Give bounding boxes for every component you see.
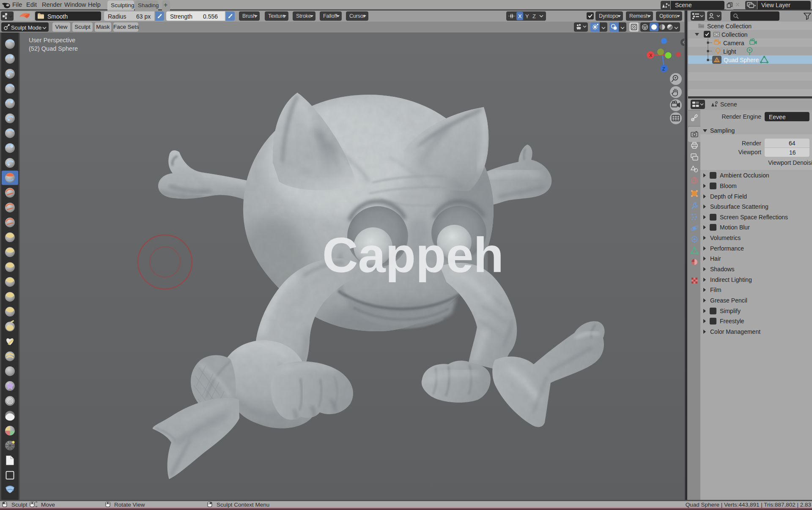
svg-text:X: X: [649, 53, 653, 58]
svg-text:User Perspective: User Perspective: [29, 37, 75, 44]
svg-text:(52) Quad Sphere: (52) Quad Sphere: [29, 45, 78, 52]
svg-text:Cappeh: Cappeh: [322, 227, 504, 283]
svg-text:Z: Z: [662, 66, 665, 71]
